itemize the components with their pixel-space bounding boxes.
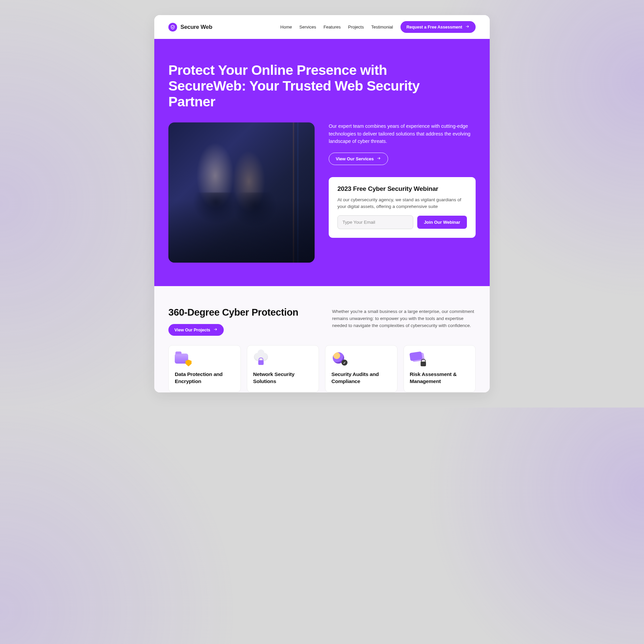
nav-link-features[interactable]: Features (323, 24, 340, 30)
navbar: Secure Web Home Services Features Projec… (154, 15, 490, 39)
webinar-title: 2023 Free Cyber Security Webinar (337, 185, 467, 193)
section-title: 360-Degree Cyber Protection (168, 307, 312, 318)
nav-links: Home Services Features Projects Testimon… (280, 21, 476, 33)
folder-shield-icon (175, 352, 190, 366)
cloud-lock-icon (253, 352, 269, 366)
hero-section: Protect Your Online Presence with Secure… (154, 39, 490, 286)
shield-icon (168, 23, 177, 32)
feature-cards: Data Protection and Encryption Network S… (168, 345, 476, 392)
nav-link-projects[interactable]: Projects (348, 24, 364, 30)
nav-link-services[interactable]: Services (300, 24, 316, 30)
webinar-card: 2023 Free Cyber Security Webinar At our … (329, 177, 476, 238)
cards-lock-icon (410, 352, 425, 366)
hero-right: Our expert team combines years of experi… (329, 122, 476, 238)
nav-link-testimonial[interactable]: Testimonial (371, 24, 393, 30)
view-projects-button[interactable]: View Our Projects (168, 324, 224, 336)
cta-label: Request a Free Assessment (407, 25, 462, 30)
card-title: Risk Assessment & Management (410, 371, 470, 384)
card-security-audits[interactable]: Security Audits and Compliance (325, 345, 397, 392)
hero-grid: Our expert team combines years of experi… (168, 122, 476, 263)
request-assessment-button[interactable]: Request a Free Assessment (400, 21, 476, 33)
card-risk-assessment[interactable]: Risk Assessment & Management (404, 345, 476, 392)
webinar-desc: At our cybersecurity agency, we stand as… (337, 197, 467, 210)
card-title: Security Audits and Compliance (331, 371, 391, 384)
page-frame: Secure Web Home Services Features Projec… (154, 15, 490, 392)
view-services-label: View Our Services (336, 156, 374, 161)
hero-desc: Our expert team combines years of experi… (329, 122, 476, 145)
card-data-protection[interactable]: Data Protection and Encryption (168, 345, 241, 392)
email-input[interactable] (337, 215, 413, 229)
view-services-button[interactable]: View Our Services (329, 153, 388, 165)
section-head: 360-Degree Cyber Protection View Our Pro… (168, 307, 476, 336)
section-360: 360-Degree Cyber Protection View Our Pro… (154, 286, 490, 392)
globe-check-icon (331, 352, 347, 366)
hero-image (168, 122, 315, 263)
arrow-right-icon (465, 24, 470, 30)
webinar-form: Join Our Webinar (337, 215, 467, 229)
card-title: Data Protection and Encryption (175, 371, 234, 384)
section-desc: Whether you're a small business or a lar… (332, 307, 476, 329)
brand[interactable]: Secure Web (168, 23, 212, 32)
view-projects-label: View Our Projects (174, 328, 210, 332)
hero-title: Protect Your Online Presence with Secure… (168, 62, 457, 110)
join-webinar-button[interactable]: Join Our Webinar (417, 216, 467, 229)
arrow-right-icon (376, 156, 381, 161)
brand-name: Secure Web (180, 24, 212, 31)
nav-link-home[interactable]: Home (280, 24, 292, 30)
arrow-right-icon (213, 327, 218, 332)
card-network-security[interactable]: Network Security Solutions (247, 345, 319, 392)
card-title: Network Security Solutions (253, 371, 313, 384)
